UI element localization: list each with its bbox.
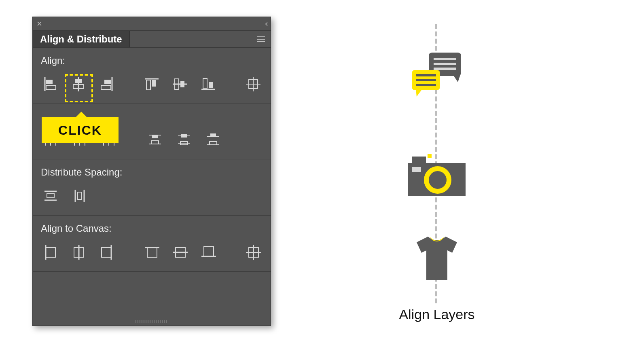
section-align: Align: bbox=[33, 48, 271, 104]
svg-rect-38 bbox=[181, 134, 187, 138]
tab-row: Align & Distribute bbox=[33, 31, 271, 48]
canvas-bottom-icon[interactable] bbox=[199, 242, 218, 262]
svg-rect-34 bbox=[152, 135, 158, 138]
canvas-hcenter-icon[interactable] bbox=[69, 242, 88, 262]
chat-icon bbox=[409, 51, 465, 105]
svg-marker-67 bbox=[453, 75, 460, 82]
align-distribute-panel: × ‹‹ Align & Distribute Align: bbox=[32, 17, 271, 326]
svg-rect-10 bbox=[152, 80, 156, 87]
distribute-horizontal-spacing-icon[interactable] bbox=[70, 186, 89, 205]
panel-titlebar: × ‹‹ bbox=[33, 17, 271, 31]
svg-rect-11 bbox=[146, 80, 150, 90]
tab-label: Align & Distribute bbox=[40, 34, 122, 45]
canvas-top-icon[interactable] bbox=[142, 242, 161, 262]
svg-rect-75 bbox=[416, 84, 436, 86]
svg-rect-69 bbox=[434, 63, 456, 65]
canvas-vcenter-icon[interactable] bbox=[171, 242, 189, 262]
svg-rect-74 bbox=[416, 79, 436, 81]
distribute-vcenter-icon[interactable] bbox=[174, 130, 194, 149]
distribute-bottom-icon[interactable] bbox=[203, 130, 223, 149]
svg-rect-70 bbox=[434, 68, 456, 70]
collapse-icon[interactable]: ‹‹ bbox=[265, 19, 267, 28]
svg-rect-8 bbox=[101, 85, 111, 89]
align-left-icon[interactable] bbox=[41, 74, 59, 94]
svg-rect-16 bbox=[209, 82, 213, 88]
svg-rect-51 bbox=[46, 248, 55, 257]
svg-rect-55 bbox=[102, 248, 111, 257]
svg-rect-7 bbox=[104, 80, 111, 84]
align-right-icon[interactable] bbox=[97, 74, 116, 94]
distribute-vertical-spacing-icon[interactable] bbox=[41, 186, 60, 205]
svg-rect-2 bbox=[46, 85, 56, 89]
svg-rect-73 bbox=[416, 74, 436, 76]
svg-rect-79 bbox=[412, 167, 421, 172]
click-callout-label: CLICK bbox=[58, 123, 102, 138]
align-center-both-icon[interactable] bbox=[244, 74, 263, 94]
svg-rect-44 bbox=[210, 142, 217, 145]
svg-rect-46 bbox=[47, 194, 54, 198]
svg-rect-1 bbox=[46, 80, 53, 84]
svg-rect-61 bbox=[204, 247, 214, 256]
svg-rect-4 bbox=[75, 79, 82, 83]
align-vertical-center-icon[interactable] bbox=[171, 74, 189, 94]
svg-rect-36 bbox=[151, 141, 159, 144]
tab-align-distribute[interactable]: Align & Distribute bbox=[33, 31, 130, 47]
tshirt-icon bbox=[409, 233, 465, 287]
align-bottom-icon[interactable] bbox=[199, 74, 218, 94]
canvas-left-icon[interactable] bbox=[41, 242, 59, 262]
panel-menu-icon[interactable] bbox=[257, 36, 265, 42]
align-horizontal-center-icon[interactable] bbox=[69, 74, 88, 94]
align-canvas-label: Align to Canvas: bbox=[41, 223, 263, 234]
align-top-icon[interactable] bbox=[142, 74, 161, 94]
svg-marker-72 bbox=[416, 89, 422, 97]
click-callout: CLICK bbox=[42, 117, 119, 143]
resize-grip-icon[interactable] bbox=[136, 320, 168, 323]
canvas-center-both-icon[interactable] bbox=[244, 242, 263, 262]
section-distribute-spacing: Distribute Spacing: bbox=[33, 159, 271, 216]
svg-rect-76 bbox=[412, 157, 426, 163]
svg-rect-77 bbox=[428, 154, 432, 158]
svg-rect-42 bbox=[210, 133, 216, 137]
svg-rect-57 bbox=[147, 248, 157, 257]
svg-rect-17 bbox=[203, 78, 207, 88]
align-icon-row bbox=[41, 74, 263, 94]
svg-rect-68 bbox=[434, 58, 456, 60]
align-layers-illustration: Align Layers bbox=[352, 16, 522, 348]
svg-rect-49 bbox=[78, 192, 82, 199]
section-align-canvas: Align to Canvas: bbox=[33, 216, 271, 272]
illustration-caption: Align Layers bbox=[352, 307, 522, 322]
canvas-right-icon[interactable] bbox=[97, 242, 116, 262]
svg-rect-13 bbox=[180, 81, 184, 87]
distribute-top-icon[interactable] bbox=[145, 130, 165, 149]
align-label: Align: bbox=[41, 55, 263, 66]
tab-spacer bbox=[130, 31, 271, 47]
camera-icon bbox=[407, 152, 467, 202]
close-icon[interactable]: × bbox=[37, 19, 42, 28]
distribute-spacing-label: Distribute Spacing: bbox=[41, 167, 263, 178]
